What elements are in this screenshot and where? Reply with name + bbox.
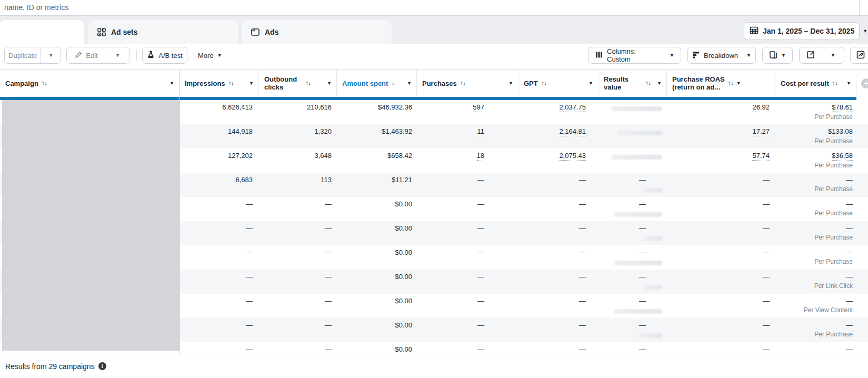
sort-icon[interactable]: ↑↓ [460, 79, 465, 87]
column-header-cost-per-result[interactable]: Cost per result ↑↓ ▼ [775, 69, 856, 97]
chevron-down-icon: ▼ [746, 53, 751, 58]
ad-sets-grid-icon [97, 27, 106, 37]
purchase-roas-cell: 57.74 [667, 148, 775, 173]
sort-icon[interactable]: ↑↓ [228, 79, 234, 87]
purchases-cell: — [417, 173, 518, 197]
results-value-cell [598, 148, 667, 173]
chevron-down-icon[interactable]: ▼ [846, 81, 851, 86]
cell-value[interactable]: $78.61 [832, 103, 853, 112]
amount-spent-cell: $658.42 [337, 148, 417, 173]
edit-split-button[interactable]: Edit ▼ [66, 47, 129, 64]
cell-value[interactable]: 597 [473, 103, 484, 112]
chevron-down-icon[interactable]: ▼ [588, 81, 593, 86]
impressions-cell: — [179, 221, 259, 245]
cell-value: $46,932.36 [378, 103, 412, 112]
reports-button[interactable]: ▼ [762, 47, 793, 64]
search-bar[interactable]: name, ID or metrics [0, 0, 868, 16]
column-header-purchase-roas[interactable]: Purchase ROAS (return on ad... ↑↓ ▼ [667, 69, 775, 97]
sort-icon[interactable]: ↑↓ [305, 79, 311, 87]
date-range-label: Jan 1, 2025 – Dec 31, 2025 [763, 27, 854, 35]
chevron-down-icon[interactable]: ▼ [249, 81, 254, 86]
more-button[interactable]: More ▼ [198, 47, 222, 64]
sort-desc-icon[interactable]: ↓ [391, 79, 394, 87]
purchases-cell: — [417, 221, 518, 245]
cell-value: 3,648 [314, 151, 332, 160]
tab-ads[interactable]: Ads [242, 20, 392, 44]
cell-value: — [579, 272, 586, 281]
chevron-down-icon[interactable]: ▼ [407, 81, 412, 86]
cell-value[interactable]: 2,037.75 [559, 103, 586, 112]
chevron-down-icon[interactable]: ▼ [327, 81, 332, 86]
purchase-roas-cell: — [667, 318, 775, 342]
cell-value[interactable]: 2,075.43 [559, 151, 586, 161]
ads-frame-icon [251, 27, 260, 37]
cell-value: — [246, 345, 253, 354]
chevron-down-icon[interactable]: ▼ [657, 81, 662, 86]
chevron-down-icon: ▼ [115, 53, 120, 58]
ab-test-button[interactable]: A/B test [142, 47, 187, 64]
purchases-cell: — [417, 197, 518, 221]
amount-spent-cell: $46,932.36 [337, 100, 417, 124]
search-input[interactable]: name, ID or metrics [4, 3, 68, 12]
redacted-value-bar [614, 309, 662, 314]
column-header-results-value[interactable]: Results value ↑↓ ▼ [598, 69, 667, 97]
cell-value: $0.00 [395, 321, 412, 330]
cell-value[interactable]: 17.27 [752, 127, 770, 136]
chevron-down-icon[interactable]: ▼ [508, 81, 513, 86]
edit-dropdown[interactable]: ▼ [106, 47, 129, 63]
purchases-cell: 18 [417, 148, 518, 173]
info-icon[interactable]: i [98, 362, 106, 370]
chevron-down-icon[interactable]: ▼ [169, 81, 174, 86]
column-header-outbound-clicks[interactable]: Outbound clicks ↑↓ ▼ [259, 69, 337, 97]
export-dropdown[interactable]: ▼ [822, 47, 844, 63]
export-button[interactable] [800, 47, 822, 63]
cell-value[interactable]: 57.74 [752, 151, 770, 161]
view-trends-button[interactable] [850, 47, 868, 64]
date-range-picker[interactable]: Jan 1, 2025 – Dec 31, 2025 ▼ [744, 22, 860, 40]
toolbar: Duplicate ▼ Edit ▼ A/B test More ▼ [0, 44, 868, 69]
breakdown-button[interactable]: Breakdown ▼ [687, 47, 756, 64]
purchase-roas-cell: 17.27 [667, 124, 775, 148]
sort-icon[interactable]: ↑↓ [541, 79, 546, 87]
sort-icon[interactable]: ↑↓ [645, 79, 651, 87]
tab-ad-sets[interactable]: Ad sets [88, 20, 238, 44]
column-header-impressions[interactable]: Impressions ↑↓ ▼ [179, 69, 259, 97]
cell-value: $0.00 [395, 200, 412, 208]
edit-button[interactable]: Edit [67, 47, 106, 63]
cell-value: — [246, 272, 253, 281]
add-column-cell[interactable]: + [856, 69, 868, 97]
impressions-cell: — [179, 318, 259, 342]
cell-value[interactable]: $133.08 [828, 127, 853, 136]
column-header-gpt[interactable]: GPT ↑↓ ▼ [518, 69, 598, 97]
amount-spent-cell: $11.21 [337, 173, 417, 197]
chevron-down-icon[interactable]: ▼ [736, 81, 741, 86]
cell-value: — [846, 200, 853, 208]
cell-value[interactable]: 11 [477, 127, 485, 136]
cell-value[interactable]: 2,164.81 [559, 127, 586, 136]
redacted-value-bar [612, 155, 662, 160]
columns-button[interactable]: Columns: Custom ▼ [588, 47, 681, 64]
export-split-button[interactable]: ▼ [799, 47, 844, 64]
chevron-down-icon: ▼ [781, 53, 786, 58]
amount-spent-cell: $0.00 [337, 318, 417, 342]
add-column-plus-icon[interactable]: + [861, 78, 868, 88]
tab-campaigns[interactable] [0, 20, 84, 44]
sort-icon[interactable]: ↑↓ [832, 79, 837, 87]
column-header-campaign[interactable]: Campaign ↑↓ ▼ [0, 69, 179, 97]
cell-value: — [639, 296, 646, 305]
cost-per-result-cell: —Per Purchase [775, 221, 856, 245]
cell-value: — [639, 321, 646, 330]
cell-value[interactable]: 26.92 [752, 103, 770, 112]
column-header-purchases[interactable]: Purchases ↑↓ ▼ [417, 69, 518, 97]
column-header-amount-spent[interactable]: Amount spent ↓ ▼ [337, 69, 417, 97]
impressions-cell: 144,918 [179, 124, 259, 148]
cell-value: — [477, 175, 484, 184]
sort-icon[interactable]: ↑↓ [728, 79, 733, 87]
sort-icon[interactable]: ↑↓ [42, 79, 47, 87]
tab-label: Ad sets [111, 28, 138, 36]
duplicate-button[interactable]: Duplicate [8, 52, 37, 59]
duplicate-dropdown[interactable]: ▼ [41, 47, 61, 63]
cell-value[interactable]: 18 [477, 151, 484, 161]
cell-value[interactable]: $36.58 [832, 151, 853, 161]
duplicate-split-button[interactable]: Duplicate ▼ [4, 47, 61, 64]
